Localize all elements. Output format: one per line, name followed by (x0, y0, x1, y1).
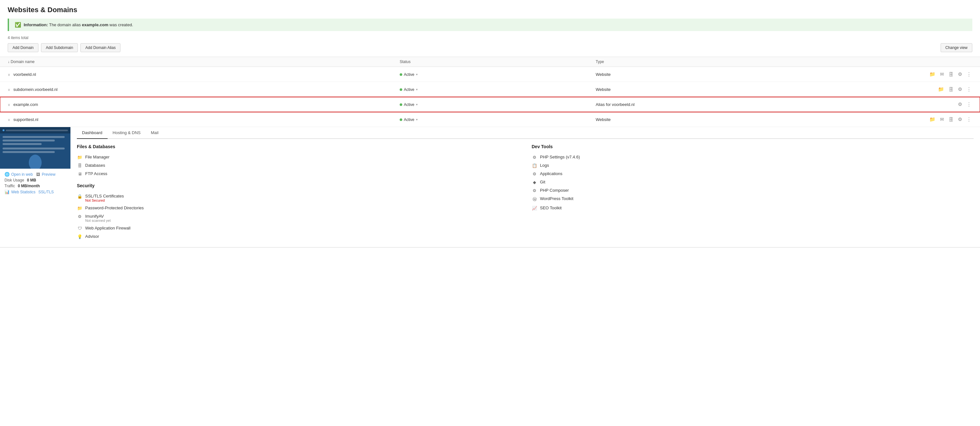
expand-arrow[interactable]: ∨ (8, 118, 10, 122)
col-header-type: Type (588, 57, 833, 67)
imunifyav-sublabel: Not scanned yet (85, 219, 111, 223)
toolbar: Add Domain Add Subdomain Add Domain Alia… (0, 43, 980, 57)
banner-text: Information: The domain alias example.co… (24, 22, 133, 27)
password-dir-icon: 📁 (77, 206, 83, 211)
database-icon[interactable]: 🗄 (948, 116, 955, 123)
status-dot (400, 103, 402, 106)
file-manager-icon[interactable]: 📁 (937, 86, 945, 93)
ssl-tls-link[interactable]: SSL/TLS (38, 190, 54, 194)
password-dir-item[interactable]: 📁 Password-Protected Directories (77, 204, 519, 212)
expanded-panel: 🌐 Open in web 🖼 Preview Disk Usage 0 MB … (0, 127, 980, 247)
database-icon[interactable]: 🗄 (948, 86, 955, 93)
ftp-label: FTP Access (85, 171, 107, 176)
open-in-web-link[interactable]: Open in web (11, 172, 33, 176)
add-subdomain-button[interactable]: Add Subdomain (41, 43, 78, 52)
wordpress-label: WordPress Toolkit (540, 196, 573, 201)
traffic-label: Traffic (5, 184, 15, 188)
page-title: Websites & Domains (0, 0, 980, 19)
applications-item[interactable]: ⚙ Applications (531, 170, 974, 178)
more-icon[interactable]: ⋮ (966, 86, 972, 93)
panel-info: 🌐 Open in web 🖼 Preview Disk Usage 0 MB … (0, 168, 70, 199)
ssl-icon: 🔒 (77, 194, 83, 199)
expand-arrow[interactable]: ∨ (8, 73, 10, 76)
panel-main-content: Dashboard Hosting & DNS Mail Files & Dat… (70, 127, 980, 247)
chart-icon: 📊 (5, 189, 10, 194)
git-label: Git (540, 180, 546, 184)
settings-icon[interactable]: ⚙ (957, 116, 963, 123)
applications-label: Applications (540, 171, 562, 176)
domain-name[interactable]: supporttest.nl (13, 117, 38, 122)
file-manager-item[interactable]: 📁 File Manager (77, 153, 519, 161)
add-domain-alias-button[interactable]: Add Domain Alias (80, 43, 121, 52)
toolbar-left: Add Domain Add Subdomain Add Domain Alia… (8, 43, 121, 52)
settings-icon[interactable]: ⚙ (957, 71, 963, 78)
status-badge[interactable]: Active ▾ (400, 72, 418, 77)
git-item[interactable]: ◆ Git (531, 178, 974, 186)
ftp-access-item[interactable]: 🖥 FTP Access (77, 170, 519, 178)
mail-icon[interactable]: ✉ (939, 71, 945, 78)
domains-table: ↓ Domain name Status Type ∨ voorbeeld.nl… (0, 57, 980, 248)
ssl-tls-item[interactable]: 🔒 SSL/TLS Certificates Not Secured (77, 192, 519, 204)
disk-usage-label: Disk Usage (5, 178, 24, 183)
seo-toolkit-item[interactable]: 📈 SEO Toolkit (531, 204, 974, 212)
php-settings-icon: ⚙ (531, 155, 538, 160)
imunifyav-item[interactable]: ⚙ ImunifyAV Not scanned yet (77, 212, 519, 224)
seo-label: SEO Toolkit (540, 205, 562, 210)
tab-mail[interactable]: Mail (146, 127, 164, 139)
settings-icon[interactable]: ⚙ (957, 86, 963, 93)
databases-item[interactable]: 🗄 Databases (77, 161, 519, 170)
more-icon[interactable]: ⋮ (966, 116, 972, 123)
status-chevron-icon: ▾ (416, 118, 418, 121)
tab-hosting-dns[interactable]: Hosting & DNS (108, 127, 146, 139)
more-icon[interactable]: ⋮ (966, 71, 972, 78)
open-in-web-icon: 🌐 (5, 172, 10, 176)
col-header-status: Status (392, 57, 588, 67)
git-icon: ◆ (531, 180, 538, 185)
add-domain-button[interactable]: Add Domain (8, 43, 38, 52)
ssl-label: SSL/TLS Certificates (85, 194, 124, 199)
domain-type: Website (588, 67, 833, 82)
domain-type: Alias for voorbeeld.nl (588, 97, 833, 112)
more-icon[interactable]: ⋮ (966, 101, 972, 108)
status-chevron-icon: ▾ (416, 103, 418, 106)
section-title-security: Security (77, 183, 519, 188)
col-header-domain[interactable]: ↓ Domain name (0, 57, 392, 67)
advisor-label: Advisor (85, 234, 99, 239)
status-badge[interactable]: Active ▾ (400, 102, 418, 107)
expand-arrow[interactable]: ∨ (8, 88, 10, 92)
tab-dashboard[interactable]: Dashboard (77, 127, 108, 139)
database-icon[interactable]: 🗄 (948, 71, 955, 78)
logs-icon: 📋 (531, 163, 538, 168)
check-icon: ✅ (15, 22, 21, 28)
domain-name[interactable]: subdomein.voorbeeld.nl (13, 87, 58, 92)
file-manager-icon[interactable]: 📁 (928, 71, 937, 78)
ssl-sublabel: Not Secured (85, 199, 124, 202)
row-actions: 📁 ✉ 🗄 ⚙ ⋮ (841, 71, 972, 78)
table-row: ∨ supporttest.nl Active ▾ Website 📁 ✉ 🗄 … (0, 112, 980, 127)
php-settings-item[interactable]: ⚙ PHP Settings (v7.4.6) (531, 153, 974, 161)
section-title-files: Files & Databases (77, 144, 519, 149)
settings-icon[interactable]: ⚙ (957, 101, 963, 108)
advisor-item[interactable]: 💡 Advisor (77, 232, 519, 241)
status-badge[interactable]: Active ▾ (400, 118, 418, 122)
expand-arrow[interactable]: ∨ (8, 103, 10, 106)
change-view-button[interactable]: Change view (940, 43, 972, 52)
php-composer-label: PHP Composer (540, 188, 569, 193)
wordpress-toolkit-item[interactable]: Ⓦ WordPress Toolkit (531, 195, 974, 204)
ftp-icon: 🖥 (77, 172, 83, 176)
waf-item[interactable]: 🛡 Web Application Firewall (77, 224, 519, 232)
file-manager-icon[interactable]: 📁 (928, 116, 937, 123)
mail-icon[interactable]: ✉ (939, 116, 945, 123)
php-composer-item[interactable]: ⚙ PHP Composer (531, 186, 974, 195)
imunifyav-label: ImunifyAV (85, 214, 104, 219)
domain-name[interactable]: example.com (13, 102, 38, 107)
domain-name[interactable]: voorbeeld.nl (13, 72, 36, 77)
status-label: Active (404, 118, 414, 122)
password-dir-label: Password-Protected Directories (85, 205, 144, 210)
status-badge[interactable]: Active ▾ (400, 87, 418, 92)
preview-link[interactable]: Preview (41, 172, 56, 176)
logs-item[interactable]: 📋 Logs (531, 161, 974, 170)
waf-icon: 🛡 (77, 226, 83, 231)
advisor-icon: 💡 (77, 234, 83, 239)
web-stats-link[interactable]: Web Statistics (11, 190, 35, 194)
